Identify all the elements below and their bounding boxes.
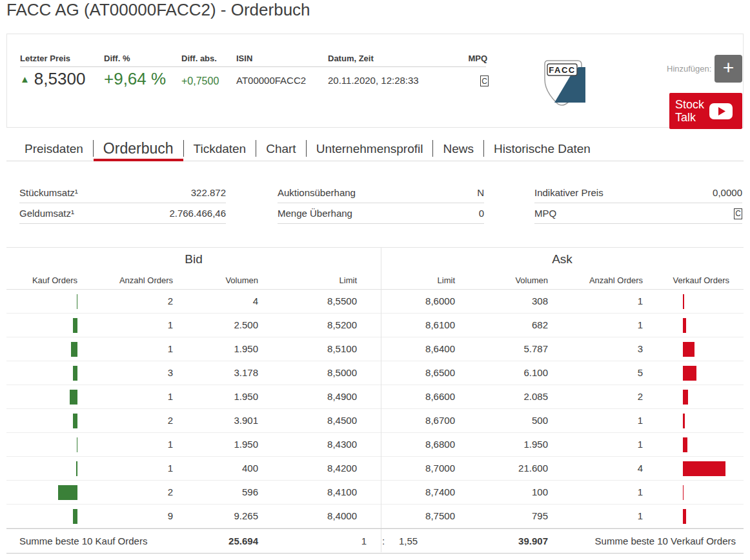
tab-orderbuch[interactable]: Orderbuch xyxy=(94,140,183,161)
bid-limit: 8,4900 xyxy=(258,385,357,408)
bid-volume-bar xyxy=(73,366,77,381)
ask-column-header-limit: Limit xyxy=(381,272,455,289)
ask-bar-cell xyxy=(643,457,744,480)
bid-side: 9 9.265 8,4000 xyxy=(6,505,381,528)
orderbook-row: 1 1.950 8,5100 8,6400 5.787 3 xyxy=(6,337,744,361)
orderbook-table: Bid Ask Kauf OrdersAnzahl OrdersVolumenL… xyxy=(6,247,744,552)
stat-mpq: MPQ C xyxy=(534,203,742,224)
tab-tickdaten[interactable]: Tickdaten xyxy=(184,142,256,161)
ask-bar-cell xyxy=(643,361,744,385)
bid-limit: 8,5000 xyxy=(258,361,357,385)
diff-percent-label: Diff. % xyxy=(104,54,130,63)
diff-abs-label: Diff. abs. xyxy=(181,54,217,63)
stat-auktionsueberhang: Auktionsüberhang N xyxy=(278,183,484,203)
ask-bar-cell xyxy=(643,337,744,361)
add-button[interactable]: + xyxy=(715,55,742,83)
bid-volume-bar xyxy=(73,318,77,333)
tab-unternehmensprofil[interactable]: Unternehmensprofil xyxy=(307,142,433,161)
ask-total-value: 39.907 xyxy=(458,529,548,553)
bid-anzahl-orders: 1 xyxy=(77,337,173,361)
last-price-group: ▲8,5300 xyxy=(20,69,85,89)
ask-bar-cell xyxy=(643,385,744,408)
ask-volume-bar xyxy=(683,485,684,500)
ratio-separator: : xyxy=(380,529,387,553)
ask-volumen: 682 xyxy=(455,314,548,337)
diff-percent-value: +9,64 % xyxy=(104,69,166,89)
facc-logo: FACC xyxy=(540,59,592,113)
bid-column-header-limit: Limit xyxy=(258,272,357,289)
bid-column-header-kauf-orders: Kauf Orders xyxy=(6,272,77,289)
stock-talk-button[interactable]: Stock Talk xyxy=(669,93,742,129)
plus-icon: + xyxy=(723,57,735,78)
ask-anzahl-orders: 2 xyxy=(548,385,643,408)
orderbook-rows: 2 4 8,5500 8,6000 308 1 1 2.500 8,5200 8… xyxy=(6,290,744,528)
ask-bar-cell xyxy=(643,433,744,456)
orderbook-summary: Summe beste 10 Kauf Orders 25.694 1 : 1,… xyxy=(6,528,744,554)
datetime-value: 20.11.2020, 12:28:33 xyxy=(328,75,419,86)
bid-volumen: 3.901 xyxy=(173,409,258,432)
stats-column-1: Stückumsatz¹ 322.872 Geldumsatz¹ 2.766.4… xyxy=(19,183,226,224)
ask-volume-bar xyxy=(683,342,694,357)
bid-limit: 8,4300 xyxy=(258,433,357,456)
ask-section-title: Ask xyxy=(381,248,744,272)
ask-column-header-anzahl-orders: Anzahl Orders xyxy=(548,272,643,289)
ask-volume-bar xyxy=(683,437,687,452)
ask-volumen: 5.787 xyxy=(455,337,548,361)
last-price-value: 8,5300 xyxy=(34,69,86,88)
bid-volumen: 3.178 xyxy=(173,361,258,385)
bid-total-value: 25.694 xyxy=(161,529,258,553)
bid-anzahl-orders: 1 xyxy=(77,385,173,408)
mpq-flag: C xyxy=(734,208,742,219)
bid-volume-bar xyxy=(73,509,77,524)
mpq-label: MPQ xyxy=(468,54,487,63)
stat-indikativer-preis: Indikativer Preis 0,0000 xyxy=(534,183,742,203)
ask-volumen: 308 xyxy=(455,290,548,313)
bid-limit: 8,5100 xyxy=(258,337,357,361)
ask-limit: 8,6800 xyxy=(381,433,455,456)
bid-limit: 8,4100 xyxy=(258,481,357,504)
bid-anzahl-orders: 2 xyxy=(77,409,173,432)
bid-anzahl-orders: 1 xyxy=(77,433,173,456)
ask-volumen: 500 xyxy=(455,409,548,432)
bid-side: 2 3.901 8,4500 xyxy=(6,409,381,432)
bid-volumen: 1.950 xyxy=(173,337,258,361)
bid-volume-bar xyxy=(58,485,77,500)
bid-bar-cell xyxy=(6,290,77,313)
ask-anzahl-orders: 1 xyxy=(548,409,643,432)
ask-anzahl-orders: 1 xyxy=(548,505,643,528)
bid-bar-cell xyxy=(6,505,77,528)
stock-talk-label: Stock Talk xyxy=(675,98,704,124)
bid-total-label: Summe beste 10 Kauf Orders xyxy=(19,529,147,553)
ask-volumen: 795 xyxy=(455,505,548,528)
ask-anzahl-orders: 1 xyxy=(548,314,643,337)
ask-volume-bar xyxy=(683,318,686,333)
tab-preisdaten[interactable]: Preisdaten xyxy=(15,142,93,161)
ask-limit: 8,7500 xyxy=(381,505,455,528)
youtube-play-icon xyxy=(709,103,733,120)
bid-volumen: 596 xyxy=(173,481,258,504)
orderbook-row: 3 3.178 8,5000 8,6500 6.100 5 xyxy=(6,361,744,385)
ask-volumen: 21.600 xyxy=(455,457,548,480)
bid-bar-cell xyxy=(6,433,77,456)
ask-side: 8,6100 682 1 xyxy=(381,314,744,337)
tab-news[interactable]: News xyxy=(433,142,483,161)
bid-side: 1 1.950 8,5100 xyxy=(6,337,381,361)
bid-volume-bar xyxy=(73,414,77,428)
tab-historische-daten[interactable]: Historische Daten xyxy=(484,142,600,161)
tab-chart[interactable]: Chart xyxy=(256,142,305,161)
bid-limit: 8,4500 xyxy=(258,409,357,432)
orderbook-section-titles: Bid Ask xyxy=(6,248,744,272)
ask-bar-cell xyxy=(643,290,744,313)
ask-side: 8,6700 500 1 xyxy=(381,409,744,432)
ask-side: 8,6800 1.950 1 xyxy=(381,433,744,456)
ask-anzahl-orders: 3 xyxy=(548,337,643,361)
bid-side: 1 1.950 8,4300 xyxy=(6,433,381,456)
bid-bar-cell xyxy=(6,481,77,504)
ask-total-label: Summe beste 10 Verkauf Orders xyxy=(595,529,736,553)
orderbook-row: 9 9.265 8,4000 8,7500 795 1 xyxy=(6,505,744,528)
ask-volume-bar xyxy=(683,366,696,381)
ratio-ask-value: 1,55 xyxy=(399,529,418,553)
bid-anzahl-orders: 1 xyxy=(77,457,173,480)
ask-volumen: 6.100 xyxy=(455,361,548,385)
ask-bar-cell xyxy=(643,505,744,528)
